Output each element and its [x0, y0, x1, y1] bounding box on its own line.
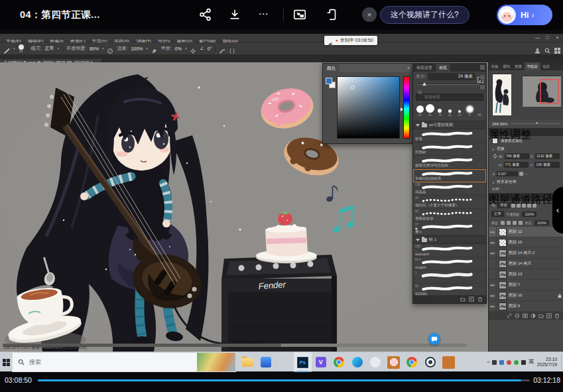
dock-tab[interactable]: 颜色	[501, 62, 513, 70]
layer-effects-icon[interactable]	[515, 313, 520, 318]
brush-panel-tab[interactable]: 画笔	[436, 64, 450, 72]
download-icon[interactable]	[227, 7, 242, 22]
caret-down-icon[interactable]: ▾	[13, 46, 15, 50]
brush-preset[interactable]: 42	[425, 104, 434, 117]
interpolation-icon[interactable]	[519, 172, 523, 176]
layer-thumbnail[interactable]	[499, 302, 507, 310]
account-icon[interactable]	[534, 44, 540, 50]
layer-row[interactable]: 图层 14 拷贝	[489, 259, 563, 269]
brush-search-input[interactable]	[416, 94, 483, 101]
layer-row[interactable]: 图层 15	[489, 237, 563, 248]
filter-type-select[interactable]: 类型	[497, 202, 510, 208]
brush-item[interactable]: 30 烟闪闪（不要大于60像素）	[413, 196, 486, 209]
layer-mask-icon[interactable]	[523, 313, 528, 318]
mini-player-icon[interactable]	[292, 7, 307, 22]
color-picker-ring[interactable]	[351, 86, 355, 90]
brush-item[interactable]: 1	[413, 271, 486, 284]
layer-thumbnail[interactable]	[499, 228, 507, 236]
workspace-icon[interactable]	[554, 44, 560, 50]
adjustment-layer-icon[interactable]	[531, 313, 536, 318]
close-ai-icon[interactable]: ×	[362, 7, 377, 22]
lock-position-icon[interactable]	[513, 221, 517, 225]
layer-row[interactable]: 图层 9	[489, 301, 563, 312]
layer-name[interactable]: 图层 12	[509, 229, 562, 235]
ask-ai-button[interactable]: 这个视频讲了什么?	[380, 6, 469, 24]
h-value[interactable]: 771 像素	[504, 162, 529, 168]
layer-row[interactable]: 图层 13	[489, 269, 563, 280]
link-layers-icon[interactable]	[507, 313, 512, 318]
caret-down-icon[interactable]: ▾	[57, 46, 59, 50]
brush-item[interactable]: 喷笔	[413, 129, 486, 143]
mic-tray-icon[interactable]	[492, 360, 497, 365]
rotation-value[interactable]: 0.00°	[497, 171, 518, 176]
layer-name[interactable]: 图层 13	[509, 271, 562, 277]
flow-value[interactable]: 100%	[131, 46, 143, 51]
brush-item[interactable]: 超级光滑19号仿妆刷	[413, 156, 486, 169]
display-tray-icon[interactable]	[521, 360, 526, 365]
saturation-brightness-field[interactable]	[337, 76, 400, 139]
close-window-icon[interactable]: ×	[553, 33, 562, 42]
visibility-toggle[interactable]	[489, 259, 497, 269]
link-dimensions-icon[interactable]	[492, 153, 497, 159]
layers-dock-tab[interactable]: 路径	[531, 193, 552, 201]
ai-assistant-button[interactable]: Hi ›	[497, 5, 552, 25]
layer-row[interactable]: 图层 14 拷贝 2	[489, 248, 563, 259]
layer-thumbnail[interactable]	[499, 281, 507, 289]
brush-preview[interactable]: 24	[19, 44, 24, 53]
filter-shape-icon[interactable]	[527, 204, 531, 208]
delete-layer-icon[interactable]	[554, 313, 560, 318]
brush-panel-tab[interactable]: 画笔设置	[413, 64, 436, 72]
visibility-toggle[interactable]	[489, 280, 497, 291]
new-folder-icon[interactable]	[460, 296, 466, 302]
status-tray-icon[interactable]	[514, 360, 519, 365]
taskbar-app[interactable]	[257, 352, 276, 372]
layer-row[interactable]: 图层 12	[489, 227, 563, 237]
brush-item[interactable]: 138 肉晶晶	[413, 182, 486, 196]
chat-floating-button[interactable]	[428, 333, 440, 345]
filter-type-icon[interactable]	[522, 204, 526, 208]
taskbar-app[interactable]: Ps	[294, 352, 312, 372]
foreground-color-swatch[interactable]	[326, 78, 332, 84]
brush-preset[interactable]: 76	[435, 109, 444, 117]
pressure-size-icon[interactable]	[219, 45, 225, 52]
share-icon[interactable]	[198, 7, 213, 22]
ime-indicator[interactable]: 英	[529, 358, 534, 366]
lock-all-icon[interactable]	[519, 221, 523, 225]
brush-item[interactable]: 136 stoma14	[413, 244, 486, 257]
more-options-icon[interactable]: ⋯	[525, 172, 529, 176]
start-button[interactable]	[0, 352, 12, 372]
lock-transparent-icon[interactable]	[501, 221, 505, 225]
filter-pixel-icon[interactable]	[511, 204, 515, 208]
caret-down-icon[interactable]: ▾	[146, 46, 148, 50]
visibility-toggle[interactable]	[489, 237, 497, 248]
layer-name[interactable]: 图层 15	[509, 239, 562, 245]
brush-preset[interactable]: 6	[465, 105, 474, 117]
brush-item[interactable]: 60 雪格@@@	[413, 209, 486, 222]
dock-tab[interactable]: 信息	[540, 62, 552, 70]
restore-icon[interactable]: □	[543, 33, 552, 42]
opacity-value[interactable]: 100%	[522, 212, 536, 217]
new-group-icon[interactable]	[538, 313, 544, 318]
color-panel-tab[interactable]: 颜色	[323, 64, 340, 72]
brush-size-value[interactable]: 24 像素	[428, 73, 475, 80]
brush-item[interactable]: 17 ♥ 爱心	[413, 222, 486, 235]
new-item-icon[interactable]	[469, 296, 474, 302]
brush-preset[interactable]: 12	[455, 110, 464, 117]
caret-down-icon[interactable]	[416, 239, 420, 241]
layer-row[interactable]: 图层 10	[489, 291, 563, 301]
tab-adjustments[interactable]: 调整	[510, 128, 531, 136]
taskbar-app[interactable]	[421, 352, 440, 372]
brush-size-slider[interactable]	[417, 82, 482, 87]
brush-item[interactable]: 81.6 singleh	[413, 257, 486, 271]
layer-thumbnail[interactable]	[499, 239, 507, 247]
brush-item[interactable]: 组 1	[413, 235, 486, 244]
layer-name[interactable]: 图层 7	[509, 282, 562, 288]
video-frame[interactable]: 文件(F)编辑(E)图像(I)图层(L)文字(Y)选择(S)滤镜(T)3D(D)…	[0, 30, 563, 373]
sidebar-peek-button[interactable]: ‹	[552, 187, 563, 233]
lock-pixels-icon[interactable]	[507, 221, 511, 225]
brush-item[interactable]: 50 SZSWL	[413, 284, 486, 295]
visibility-toggle[interactable]	[489, 269, 497, 280]
dock-tab[interactable]: 图案	[513, 62, 525, 70]
layer-name[interactable]: 图层 14 拷贝 2	[509, 250, 562, 256]
taskbar-app[interactable]	[330, 352, 349, 372]
